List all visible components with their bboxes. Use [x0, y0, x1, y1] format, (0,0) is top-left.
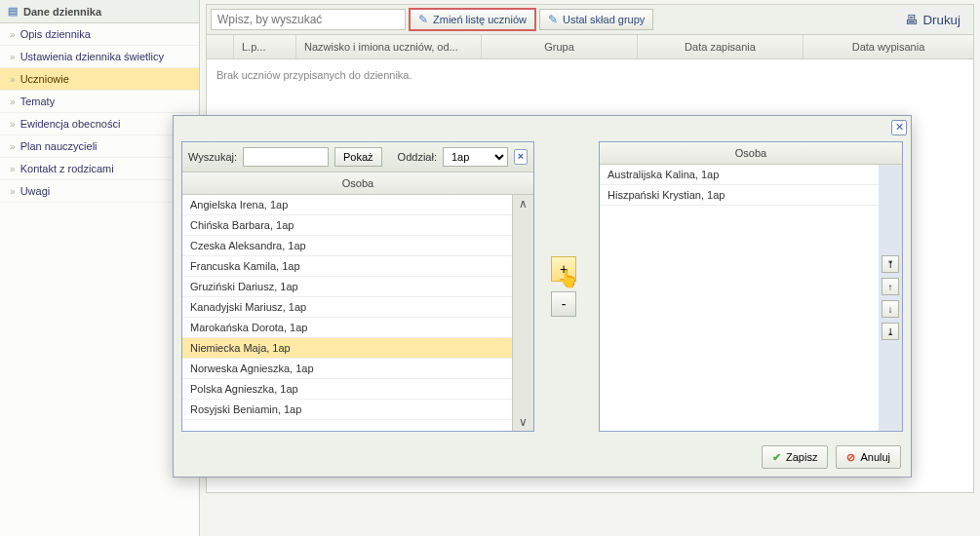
list-item[interactable]: Polska Agnieszka, 1ap: [182, 379, 512, 400]
chevron-icon: ››: [10, 141, 15, 152]
check-icon: ✔: [772, 451, 781, 464]
sidebar-item-5[interactable]: ››Plan nauczycieli: [0, 135, 199, 158]
list-item[interactable]: Norweska Agnieszka, 1ap: [182, 359, 512, 379]
col-name[interactable]: Nazwisko i imiona uczniów, od...: [296, 35, 482, 58]
chevron-icon: ››: [10, 96, 15, 107]
double-up-icon: ⤒: [886, 259, 894, 270]
chevron-icon: ››: [10, 164, 15, 174]
close-button[interactable]: ✕: [891, 120, 907, 135]
set-group-button[interactable]: ✎ Ustal skład grupy: [539, 9, 653, 30]
change-list-label: Zmień listę uczniów: [433, 14, 527, 25]
modal-footer: ✔ Zapisz ⊘ Anuluj: [762, 445, 901, 469]
sidebar-item-1[interactable]: ››Ustawienia dziennika świetlicy: [0, 46, 199, 68]
journal-icon: ▤: [8, 5, 18, 18]
left-list-header: Osoba: [182, 172, 533, 195]
print-label: Drukuj: [922, 13, 960, 27]
sidebar-item-label: Kontakt z rodzicami: [20, 163, 114, 174]
show-button[interactable]: Pokaż: [334, 147, 382, 167]
save-label: Zapisz: [786, 451, 817, 463]
sidebar-item-label: Uwagi: [20, 185, 51, 197]
dept-select[interactable]: 1ap: [443, 147, 508, 167]
modal-dialog: ✕ Wyszukaj: Pokaż Oddział: 1ap × Osoba A…: [173, 115, 912, 478]
scrollbar[interactable]: ∧ ∨: [512, 195, 533, 431]
search-label: Wyszukaj:: [188, 151, 237, 163]
save-button[interactable]: ✔ Zapisz: [762, 445, 828, 469]
modal-search-input[interactable]: [243, 147, 329, 167]
chevron-icon: ››: [10, 74, 15, 85]
sidebar-item-label: Opis dziennika: [20, 28, 91, 40]
list-item[interactable]: Hiszpański Krystian, 1ap: [600, 185, 879, 206]
double-down-icon: ⤓: [886, 326, 894, 337]
arrow-up-icon: ↑: [888, 282, 893, 292]
reorder-buttons: ⤒ ↑ ↓ ⤓: [879, 165, 902, 431]
list-item[interactable]: Chińska Barbara, 1ap: [182, 215, 512, 236]
list-item[interactable]: Kanadyjski Mariusz, 1ap: [182, 297, 512, 318]
list-item[interactable]: Niemiecka Maja, 1ap: [182, 338, 512, 359]
chevron-icon: ››: [10, 29, 15, 40]
left-list[interactable]: Angielska Irena, 1apChińska Barbara, 1ap…: [182, 195, 512, 431]
col-left[interactable]: Data wypisania: [804, 35, 973, 58]
pencil-icon: ✎: [418, 13, 428, 26]
cancel-button[interactable]: ⊘ Anuluj: [836, 445, 901, 469]
list-item[interactable]: Gruziński Dariusz, 1ap: [182, 277, 512, 297]
list-item[interactable]: Rosyjski Beniamin, 1ap: [182, 400, 512, 420]
grid-header: L.p... Nazwisko i imiona uczniów, od... …: [206, 35, 974, 59]
sidebar-item-7[interactable]: ››Uwagi: [0, 180, 199, 203]
sidebar: ▤ Dane dziennika ››Opis dziennika››Ustaw…: [0, 0, 200, 536]
arrow-down-icon: ↓: [888, 304, 893, 315]
sidebar-item-0[interactable]: ››Opis dziennika: [0, 23, 199, 46]
print-button[interactable]: 🖶 Drukuj: [896, 9, 969, 30]
move-top-button[interactable]: ⤒: [882, 255, 899, 273]
scroll-up-icon[interactable]: ∧: [519, 197, 528, 211]
move-up-button[interactable]: ↑: [882, 278, 899, 295]
chevron-icon: ››: [10, 186, 15, 197]
empty-text: Brak uczniów przypisanych do dziennika.: [216, 69, 412, 81]
sidebar-item-label: Ustawienia dziennika świetlicy: [20, 51, 164, 62]
sidebar-item-label: Uczniowie: [20, 73, 69, 85]
sidebar-item-4[interactable]: ››Ewidencja obecności: [0, 113, 199, 135]
left-panel: Wyszukaj: Pokaż Oddział: 1ap × Osoba Ang…: [181, 141, 534, 432]
right-list-header: Osoba: [600, 142, 902, 165]
sidebar-title: Dane dziennika: [23, 6, 101, 18]
pencil-icon: ✎: [548, 13, 558, 26]
left-panel-toolbar: Wyszukaj: Pokaż Oddział: 1ap ×: [182, 142, 533, 172]
search-input[interactable]: [211, 9, 406, 30]
right-list[interactable]: Australijska Kalina, 1apHiszpański Kryst…: [600, 165, 879, 431]
change-list-button[interactable]: ✎ Zmień listę uczniów: [410, 9, 535, 30]
sidebar-item-label: Ewidencja obecności: [20, 118, 121, 130]
printer-icon: 🖶: [905, 13, 918, 27]
transfer-buttons: + - 👆: [534, 141, 593, 432]
set-group-label: Ustal skład grupy: [563, 14, 645, 25]
remove-button[interactable]: -: [551, 291, 576, 317]
sidebar-item-3[interactable]: ››Tematy: [0, 91, 199, 113]
list-item[interactable]: Australijska Kalina, 1ap: [600, 165, 879, 185]
chevron-icon: ››: [10, 52, 15, 62]
right-panel: Osoba Australijska Kalina, 1apHiszpański…: [599, 141, 903, 432]
scroll-down-icon[interactable]: ∨: [519, 415, 528, 429]
sidebar-item-label: Tematy: [20, 96, 55, 107]
move-bottom-button[interactable]: ⤓: [882, 323, 899, 340]
sidebar-item-6[interactable]: ››Kontakt z rodzicami: [0, 158, 199, 180]
sidebar-item-label: Plan nauczycieli: [20, 140, 98, 152]
col-enrolled[interactable]: Data zapisania: [638, 35, 804, 58]
sidebar-header: ▤ Dane dziennika: [0, 0, 199, 23]
cancel-label: Anuluj: [860, 451, 890, 463]
add-button[interactable]: +: [551, 256, 576, 282]
list-item[interactable]: Francuska Kamila, 1ap: [182, 256, 512, 277]
col-group[interactable]: Grupa: [482, 35, 638, 58]
list-item[interactable]: Angielska Irena, 1ap: [182, 195, 512, 215]
cancel-icon: ⊘: [846, 451, 855, 464]
dept-label: Oddział:: [398, 151, 437, 163]
col-lp[interactable]: L.p...: [234, 35, 296, 58]
list-item[interactable]: Marokańska Dorota, 1ap: [182, 318, 512, 338]
close-icon: ×: [518, 150, 524, 162]
chevron-icon: ››: [10, 119, 15, 130]
close-icon: ✕: [895, 121, 904, 133]
list-item[interactable]: Czeska Aleksandra, 1ap: [182, 236, 512, 256]
clear-dept-button[interactable]: ×: [514, 149, 528, 165]
toolbar: ✎ Zmień listę uczniów ✎ Ustal skład grup…: [206, 4, 974, 35]
sidebar-item-2[interactable]: ››Uczniowie: [0, 68, 199, 91]
move-down-button[interactable]: ↓: [882, 300, 899, 318]
